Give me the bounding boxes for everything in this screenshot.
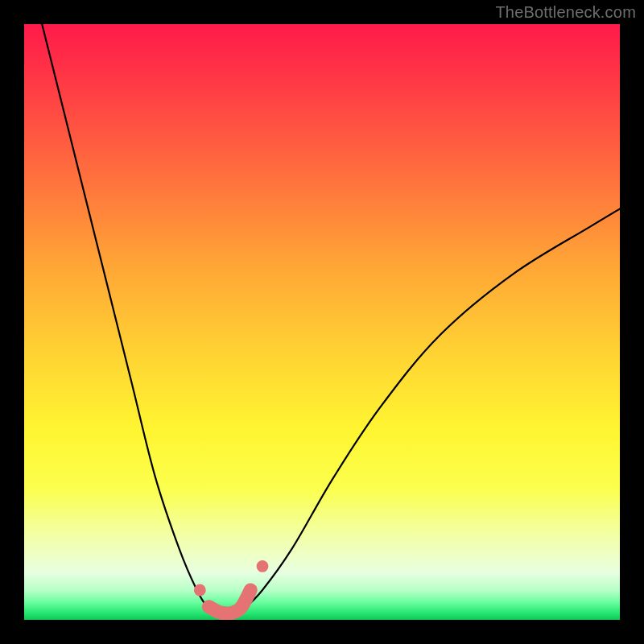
highlight-segment bbox=[208, 590, 250, 613]
watermark-text: TheBottleneck.com bbox=[495, 3, 636, 22]
chart-frame: TheBottleneck.com bbox=[0, 0, 644, 644]
plot-area bbox=[24, 24, 620, 620]
highlight-marker-group bbox=[194, 560, 268, 613]
highlight-dot bbox=[257, 560, 269, 572]
highlight-dot bbox=[194, 584, 206, 597]
curve-layer bbox=[24, 24, 620, 620]
bottleneck-curve-path bbox=[42, 24, 620, 615]
